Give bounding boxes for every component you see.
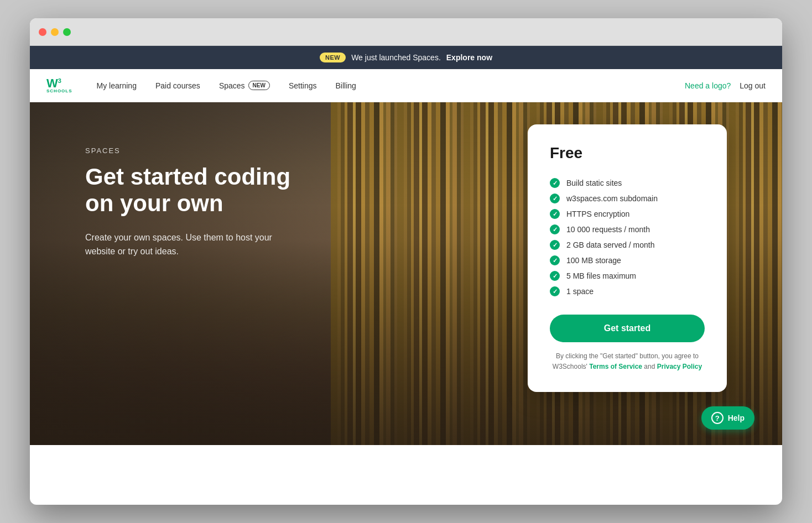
- browser-window: NEW We just launched Spaces. Explore now…: [30, 18, 782, 505]
- need-logo-link[interactable]: Need a logo?: [685, 81, 731, 90]
- check-icon: ✓: [550, 255, 560, 265]
- feature-label: 2 GB data served / month: [566, 240, 655, 249]
- list-item: ✓ w3spaces.com subdomain: [550, 191, 705, 206]
- hero-subtext: Create your own spaces. Use them to host…: [85, 231, 273, 259]
- feature-list: ✓ Build static sites ✓ w3spaces.com subd…: [550, 175, 705, 299]
- terms-of-service-link[interactable]: Terms of Service: [589, 363, 642, 370]
- spaces-new-badge: NEW: [248, 81, 270, 90]
- check-icon: ✓: [550, 271, 560, 281]
- check-icon: ✓: [550, 193, 560, 203]
- logout-button[interactable]: Log out: [740, 81, 766, 90]
- help-label: Help: [728, 414, 745, 422]
- check-icon: ✓: [550, 224, 560, 234]
- sidebar-item-billing[interactable]: Billing: [328, 77, 364, 95]
- feature-label: w3spaces.com subdomain: [566, 194, 658, 203]
- list-item: ✓ Build static sites: [550, 175, 705, 191]
- sidebar-item-settings[interactable]: Settings: [281, 77, 325, 95]
- terms-and: and: [644, 363, 655, 370]
- spaces-label: Spaces: [219, 81, 245, 90]
- feature-label: 1 space: [566, 287, 594, 296]
- list-item: ✓ HTTPS encryption: [550, 206, 705, 222]
- logo-text: W3: [46, 77, 72, 90]
- logo-sub: SCHOOLS: [46, 88, 72, 93]
- logo[interactable]: W3 SCHOOLS: [46, 77, 72, 93]
- terms-text: By clicking the "Get started" button, yo…: [550, 351, 705, 372]
- check-icon: ✓: [550, 286, 560, 296]
- get-started-button[interactable]: Get started: [550, 315, 705, 342]
- check-icon: ✓: [550, 178, 560, 188]
- sidebar-item-my-learning[interactable]: My learning: [89, 77, 144, 95]
- new-badge: NEW: [320, 53, 346, 62]
- check-icon: ✓: [550, 209, 560, 219]
- announcement-bar: NEW We just launched Spaces. Explore now: [30, 46, 782, 69]
- hero-text: SPACES Get started coding on your own Cr…: [85, 147, 295, 259]
- nav-links: My learning Paid courses Spaces NEW Sett…: [89, 76, 685, 95]
- sidebar-item-paid-courses[interactable]: Paid courses: [148, 77, 208, 95]
- list-item: ✓ 5 MB files maximum: [550, 268, 705, 284]
- browser-chrome: [30, 18, 782, 46]
- navbar: W3 SCHOOLS My learning Paid courses Spac…: [30, 69, 782, 102]
- explore-link[interactable]: Explore now: [446, 53, 492, 62]
- feature-label: 100 MB storage: [566, 256, 621, 265]
- hero-label: SPACES: [85, 147, 295, 155]
- nav-right: Need a logo? Log out: [685, 81, 766, 90]
- sidebar-item-spaces[interactable]: Spaces NEW: [211, 76, 278, 95]
- check-icon: ✓: [550, 240, 560, 250]
- feature-label: 5 MB files maximum: [566, 271, 636, 280]
- feature-label: HTTPS encryption: [566, 210, 629, 218]
- pricing-card: Free ✓ Build static sites ✓ w3spaces.com…: [528, 124, 727, 392]
- feature-label: Build static sites: [566, 179, 622, 187]
- list-item: ✓ 100 MB storage: [550, 253, 705, 268]
- help-button[interactable]: ? Help: [701, 406, 754, 430]
- page-wrapper: NEW We just launched Spaces. Explore now…: [30, 46, 782, 445]
- hero-heading: Get started coding on your own: [85, 164, 295, 217]
- list-item: ✓ 2 GB data served / month: [550, 237, 705, 253]
- hero-section: SPACES Get started coding on your own Cr…: [30, 102, 782, 445]
- announcement-text: We just launched Spaces.: [351, 53, 441, 62]
- close-button[interactable]: [39, 28, 46, 36]
- privacy-policy-link[interactable]: Privacy Policy: [657, 363, 702, 370]
- maximize-button[interactable]: [63, 28, 71, 36]
- help-icon: ?: [711, 412, 723, 424]
- pricing-title: Free: [550, 144, 705, 162]
- minimize-button[interactable]: [51, 28, 59, 36]
- feature-label: 10 000 requests / month: [566, 225, 650, 234]
- list-item: ✓ 10 000 requests / month: [550, 222, 705, 237]
- list-item: ✓ 1 space: [550, 284, 705, 299]
